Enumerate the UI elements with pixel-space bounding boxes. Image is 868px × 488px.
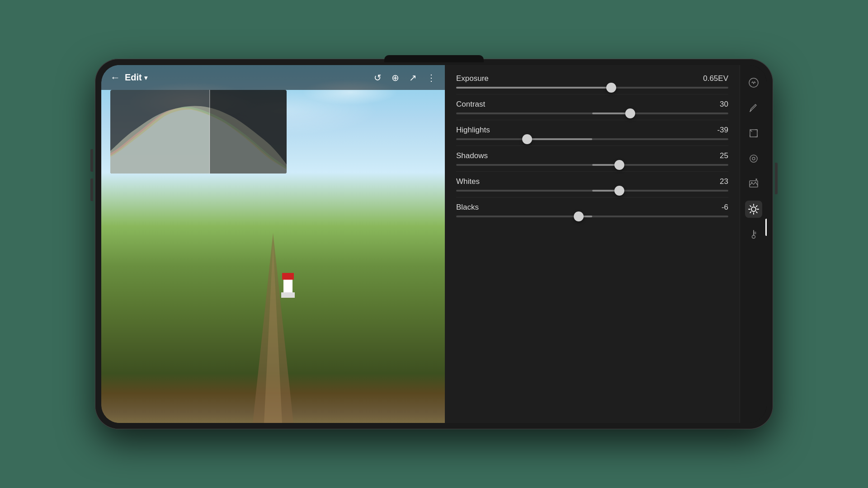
- highlights-header: Highlights -39: [456, 126, 728, 135]
- svg-point-6: [751, 207, 756, 211]
- highlights-slider[interactable]: [456, 138, 728, 140]
- volume-up-button[interactable]: [90, 149, 93, 172]
- top-bar: ← Edit ▾ ↺ ⊕ ↗ ⋮: [101, 65, 445, 90]
- contrast-slider[interactable]: [456, 113, 728, 114]
- right-toolbar: [740, 65, 767, 423]
- temperature-icon[interactable]: [745, 226, 762, 243]
- highlights-value: -39: [717, 126, 728, 135]
- photo-enhance-icon[interactable]: [745, 175, 762, 192]
- exposure-value: 0.65EV: [703, 74, 728, 83]
- exposure-thumb[interactable]: [606, 83, 616, 93]
- contrast-fill: [592, 113, 630, 114]
- undo-button[interactable]: ↺: [374, 72, 382, 83]
- divider-2: [456, 120, 728, 120]
- histogram-panel: [110, 90, 287, 174]
- phone-screen: ← Edit ▾ ↺ ⊕ ↗ ⋮: [101, 65, 767, 423]
- blacks-header: Blacks -6: [456, 203, 728, 212]
- shadows-slider[interactable]: [456, 164, 728, 166]
- histogram-dark-side: [210, 90, 287, 174]
- contrast-label: Contrast: [456, 100, 485, 109]
- exposure-row: Exposure 0.65EV: [456, 74, 728, 89]
- exposure-fill: [456, 87, 611, 89]
- svg-line-13: [756, 206, 757, 206]
- controls-panel: Exposure 0.65EV Contrast 30: [445, 65, 767, 423]
- svg-line-12: [756, 212, 757, 213]
- whites-row: Whites 23: [456, 177, 728, 192]
- shadows-header: Shadows 25: [456, 151, 728, 160]
- edit-label-text: Edit: [125, 72, 142, 83]
- power-button[interactable]: [775, 163, 778, 194]
- whites-header: Whites 23: [456, 177, 728, 186]
- divider-1: [456, 94, 728, 94]
- shadows-row: Shadows 25: [456, 151, 728, 166]
- highlights-fill: [527, 138, 592, 140]
- whites-value: 23: [720, 177, 728, 186]
- lighthouse: [283, 273, 292, 298]
- blacks-value: -6: [722, 203, 728, 212]
- svg-point-3: [752, 157, 755, 160]
- histogram-chart: [110, 90, 287, 174]
- svg-point-0: [749, 78, 758, 87]
- divider-5: [456, 197, 728, 197]
- contrast-row: Contrast 30: [456, 100, 728, 114]
- brush-edit-icon[interactable]: [745, 99, 762, 117]
- contrast-value: 30: [720, 100, 728, 109]
- shadows-value: 25: [720, 151, 728, 160]
- contrast-header: Contrast 30: [456, 100, 728, 109]
- path-center: [264, 242, 282, 423]
- divider-3: [456, 145, 728, 146]
- phone-device: ← Edit ▾ ↺ ⊕ ↗ ⋮: [95, 59, 773, 429]
- shadows-label: Shadows: [456, 151, 488, 160]
- whites-thumb[interactable]: [614, 186, 624, 196]
- healing-icon[interactable]: [745, 150, 762, 167]
- add-button[interactable]: ⊕: [392, 72, 399, 83]
- blacks-thumb[interactable]: [574, 211, 584, 221]
- edit-dropdown-arrow: ▾: [144, 74, 147, 81]
- more-button[interactable]: ⋮: [427, 72, 436, 83]
- svg-line-11: [750, 206, 751, 206]
- edit-title-button[interactable]: Edit ▾: [125, 72, 147, 83]
- contrast-thumb[interactable]: [625, 108, 635, 118]
- divider-4: [456, 171, 728, 172]
- exposure-slider[interactable]: [456, 87, 728, 89]
- highlights-thumb[interactable]: [522, 134, 532, 144]
- transform-icon[interactable]: [745, 125, 762, 142]
- whites-slider[interactable]: [456, 190, 728, 192]
- blacks-label: Blacks: [456, 203, 479, 212]
- exposure-header: Exposure 0.65EV: [456, 74, 728, 83]
- photo-panel: ← Edit ▾ ↺ ⊕ ↗ ⋮: [101, 65, 445, 423]
- top-bar-actions: ↺ ⊕ ↗ ⋮: [374, 72, 436, 83]
- sliders-area: Exposure 0.65EV Contrast 30: [445, 65, 740, 423]
- blacks-row: Blacks -6: [456, 203, 728, 217]
- svg-point-2: [750, 155, 757, 162]
- volume-down-button[interactable]: [90, 178, 93, 201]
- exposure-label: Exposure: [456, 74, 489, 83]
- active-indicator-line: [765, 219, 767, 236]
- share-button[interactable]: ↗: [409, 72, 417, 83]
- back-button[interactable]: ←: [110, 72, 120, 84]
- highlights-label: Highlights: [456, 126, 490, 135]
- whites-label: Whites: [456, 177, 480, 186]
- shadows-thumb[interactable]: [614, 160, 624, 170]
- blacks-slider[interactable]: [456, 216, 728, 217]
- light-adjust-icon[interactable]: [745, 201, 762, 218]
- highlights-row: Highlights -39: [456, 126, 728, 140]
- auto-enhance-icon[interactable]: [745, 74, 762, 91]
- svg-line-14: [750, 212, 751, 213]
- svg-point-5: [751, 182, 752, 183]
